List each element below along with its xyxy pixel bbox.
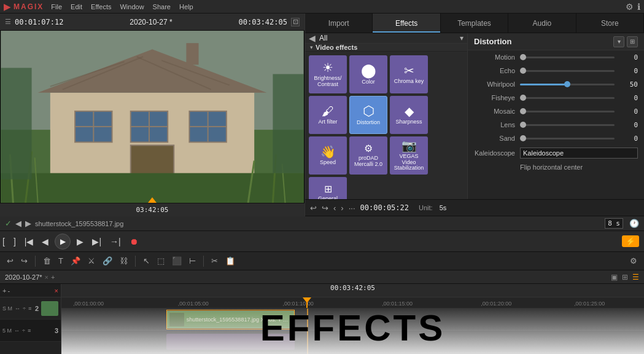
effects-list: ◀ All ▾ ▾ Video effects ☀ Brightness/Con… [305,33,468,199]
mosaic-slider[interactable] [520,111,615,112]
tab-store[interactable]: Store [576,14,644,33]
pb-lightning-button[interactable]: ⚡ [622,235,639,247]
effect-distortion[interactable]: ⬡ Distortion [349,96,387,134]
effect-color[interactable]: ⬤ Color [349,55,387,93]
view-single-icon[interactable]: ▣ [611,273,618,281]
menu-file[interactable]: File [51,3,62,10]
filepath-bar: ✓ ◀ ▶ shutterstock_1595538817.jpg 8 s 🕐 [0,216,644,231]
close-track-btn[interactable]: × [55,287,58,294]
effects-dropdown[interactable]: ▾ [460,34,464,42]
back-icon[interactable]: ◀ [15,219,21,228]
effects-back-button[interactable]: ◀ [309,33,316,43]
menu-icon-2[interactable]: ℹ [637,2,640,12]
menu-help[interactable]: Help [179,3,193,10]
project-add-btn[interactable]: + [51,273,55,281]
tool-settings-right[interactable]: ⚙ [628,255,639,267]
tool-select[interactable]: ⬚ [155,255,166,267]
pb-last-button[interactable]: →| [107,235,123,248]
pip-button[interactable]: ⊡ [291,18,300,26]
hamburger-icon[interactable]: ☰ [5,18,11,26]
project-close-btn[interactable]: × [45,273,48,281]
toolbar-right: ⚙ [628,255,639,267]
pb-bracket-r-button[interactable]: ] [11,235,18,248]
tab-templates[interactable]: Templates [441,14,508,33]
effect-vegas[interactable]: 📷 VEGAS Video Stabilization [390,136,428,175]
arrow-left-icon[interactable]: ‹ [333,203,336,213]
menu-window[interactable]: Window [120,3,144,10]
pb-play-button[interactable]: ▶ [55,234,71,250]
tool-delete[interactable]: 🗑 [41,255,53,267]
tool-paste[interactable]: 📋 [223,255,237,267]
video-effects-header[interactable]: ▾ Video effects [305,44,467,52]
whirlpool-label: Whirlpool [474,81,520,88]
tool-text[interactable]: T [56,255,65,267]
sand-label: Sand [474,135,520,142]
forward-icon[interactable]: ▶ [25,219,31,228]
distortion-nav-btn[interactable]: ⊞ [627,36,638,47]
view-list-icon[interactable]: ☰ [632,273,639,281]
remove-track-btn[interactable]: - [7,287,10,294]
effect-general[interactable]: ⊞ General options [309,177,347,199]
echo-slider[interactable] [520,70,615,72]
pb-record-button[interactable]: ⏺ [127,235,141,248]
lens-value: 0 [619,121,638,129]
effect-chroma[interactable]: ✂ Chroma key [390,55,428,93]
effect-prodad[interactable]: ⚙ proDAD Mercalli 2.0 [349,136,387,175]
kaleidoscope-input[interactable] [520,148,638,159]
tab-effects[interactable]: Effects [373,14,440,33]
undo-icon[interactable]: ↩ [310,203,317,213]
whirlpool-slider[interactable] [520,84,615,85]
brightness-icon: ☀ [322,61,333,74]
tab-audio[interactable]: Audio [508,14,576,33]
preview-current-time: 03:42:05 [136,206,169,214]
menu-effects[interactable]: Effects [91,3,111,10]
pb-prev-start-button[interactable]: |◀ [22,235,36,248]
tool-cursor[interactable]: ↖ [141,255,152,267]
menu-share[interactable]: Share [153,3,171,10]
motion-value: 0 [619,53,638,61]
add-track-btn[interactable]: + [2,287,6,294]
lens-slider[interactable] [520,124,615,126]
preview-time-left: 00:01:07:12 [15,18,63,26]
app-logo: ▶ MAGIX [4,2,44,12]
fisheye-slider[interactable] [520,97,615,99]
project-name: 2020-10-27* [5,273,42,281]
tool-link[interactable]: 🔗 [101,255,114,267]
tool-redo[interactable]: ↪ [19,255,29,267]
distortion-settings-btn[interactable]: ▾ [613,36,624,47]
check-icon: ✓ [5,219,12,228]
distortion-controls: ▾ ⊞ [613,36,638,47]
tool-undo[interactable]: ↩ [5,255,15,267]
mosaic-slider-row: Mosaic 0 [468,104,644,118]
tool-trim[interactable]: ⊢ [187,255,198,267]
effect-sharpness[interactable]: ◆ Sharpness [390,96,428,134]
dots-icon[interactable]: ··· [349,203,355,213]
pb-next-end-button[interactable]: ▶| [90,235,104,248]
pb-prev-frame-button[interactable]: ◀ [39,235,51,248]
duration-box: 8 s [605,218,623,229]
tool-marker[interactable]: 📌 [69,255,82,267]
tab-import[interactable]: Import [305,14,373,33]
pb-next-frame-button[interactable]: ▶ [74,235,86,248]
effect-art[interactable]: 🖌 Art filter [309,96,347,134]
vegas-icon: 📷 [402,140,417,152]
video-effects-grid: ☀ Brightness/Contrast ⬤ Color ✂ Chroma k… [305,52,467,199]
effect-speed[interactable]: 👋 Speed [309,136,347,175]
menu-edit[interactable]: Edit [71,3,82,10]
tool-unlink[interactable]: ⛓ [118,255,130,267]
effect-brightness[interactable]: ☀ Brightness/Contrast [309,55,347,93]
redo-icon[interactable]: ↪ [322,203,328,213]
motion-slider[interactable] [520,57,615,58]
track-2-thumbnail [41,301,58,316]
menu-right-icons: ⚙ ℹ [626,2,640,12]
sand-slider[interactable] [520,138,615,140]
bottom-timecode: 00:00:05:22 [360,203,409,212]
pb-first-button[interactable]: [ [0,235,7,248]
top-section: ☰ 00:01:07:12 2020-10-27 * 00:03:42:05 ⊡ [0,14,644,216]
tool-cut[interactable]: ✂ [209,255,220,267]
arrow-right-icon[interactable]: › [341,203,343,213]
view-grid-icon[interactable]: ⊞ [622,273,628,281]
tool-select-alt[interactable]: ⬛ [170,255,184,267]
menu-icon-1[interactable]: ⚙ [626,2,634,12]
tool-split[interactable]: ⚔ [86,255,97,267]
